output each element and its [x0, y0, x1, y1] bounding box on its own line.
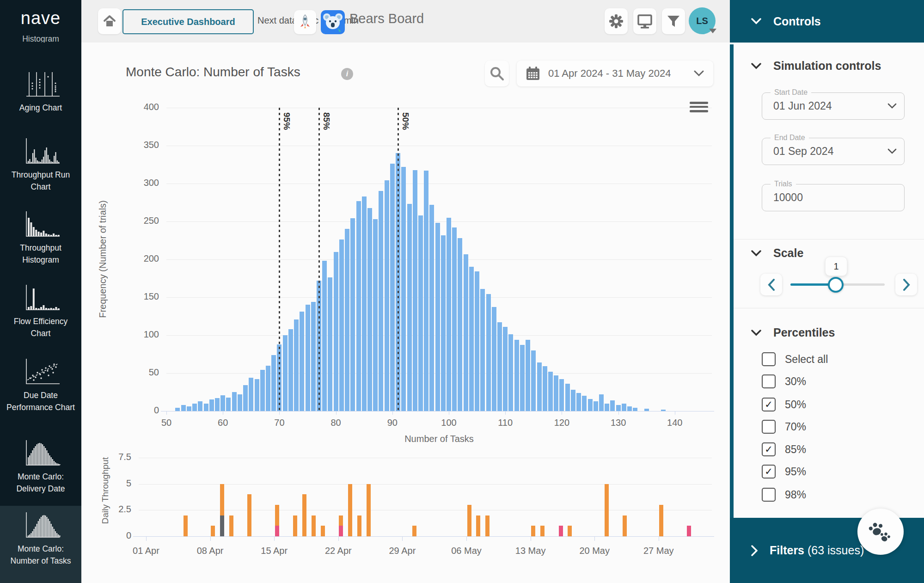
- unchecked-checkbox-icon[interactable]: [762, 488, 776, 502]
- scale-value-bubble: 1: [825, 257, 847, 276]
- percentile-option-30[interactable]: 30%: [762, 374, 806, 388]
- scale-decrease-button[interactable]: [760, 274, 782, 295]
- field-value: 10000: [773, 184, 803, 211]
- date-range-picker[interactable]: 01 Apr 2024 - 31 May 2024: [517, 61, 713, 86]
- executive-dashboard-button[interactable]: Executive Dashboard: [122, 9, 254, 34]
- top-header: Executive Dashboard Next data sync in 15…: [81, 0, 730, 43]
- sidebar-item-monte-carlo-delivery-date[interactable]: Monte Carlo: Delivery Date: [0, 434, 81, 506]
- field-value: 01 Jun 2024: [773, 93, 832, 119]
- sidebar-item-label: Monte Carlo: Number of Tasks: [0, 543, 81, 567]
- sidebar-item-label: Throughput Histogram: [0, 242, 81, 266]
- sidebar-item-partial[interactable]: Histogram: [0, 35, 81, 43]
- checked-checkbox-icon[interactable]: ✓: [762, 465, 776, 479]
- sidebar-item-throughput-histogram[interactable]: Throughput Histogram: [0, 205, 81, 278]
- unchecked-checkbox-icon[interactable]: [762, 374, 776, 388]
- filters-label: Filters: [770, 544, 804, 557]
- board-title: Bears Board: [349, 11, 424, 26]
- display-button[interactable]: [633, 8, 656, 34]
- throughput-histogram-icon: [20, 209, 61, 240]
- controls-panel: Controls Simulation controls Start Date0…: [730, 0, 924, 583]
- checkbox-label: 50%: [785, 399, 806, 411]
- sidebar: nave Histogram Aging ChartThroughput Run…: [0, 0, 81, 583]
- rocket-button[interactable]: [294, 10, 316, 34]
- funnel-icon: [667, 14, 680, 28]
- divider: [734, 308, 924, 308]
- paw-icon: [866, 519, 895, 545]
- date-range-value: 01 Apr 2024 - 31 May 2024: [548, 68, 671, 80]
- divider: [734, 239, 924, 239]
- checkbox-label: 70%: [785, 421, 806, 433]
- percentile-option-70[interactable]: 70%: [762, 420, 806, 434]
- checkbox-label: 30%: [785, 375, 806, 388]
- nave-logo[interactable]: nave: [0, 8, 81, 28]
- settings-button[interactable]: [605, 8, 628, 34]
- home-icon: [103, 14, 116, 28]
- due-date-performance-chart-icon: [20, 357, 61, 387]
- koala-icon: [321, 10, 345, 34]
- chevron-left-icon: [768, 279, 775, 291]
- checkbox-label: 95%: [785, 466, 806, 478]
- chevron-right-icon: [903, 279, 910, 291]
- search-button[interactable]: [485, 61, 509, 86]
- chevron-down-icon: [751, 250, 761, 257]
- aging-chart-icon: [20, 69, 61, 100]
- chevron-down-icon: [751, 18, 761, 25]
- sidebar-item-label: Throughput Run Chart: [0, 169, 81, 193]
- chevron-down-icon: [751, 63, 761, 69]
- sidebar-item-flow-efficiency-chart[interactable]: Flow Efficiency Chart: [0, 278, 81, 352]
- percentile-option-select-all[interactable]: Select all: [762, 352, 828, 366]
- sidebar-item-label: Monte Carlo: Delivery Date: [0, 471, 81, 495]
- sidebar-item-label: Aging Chart: [0, 102, 81, 114]
- percentile-option-98[interactable]: 98%: [762, 488, 806, 502]
- percentile-option-95[interactable]: ✓95%: [762, 465, 806, 479]
- gear-icon: [609, 14, 624, 29]
- monitor-icon: [637, 14, 653, 29]
- checkbox-label: Select all: [785, 353, 828, 366]
- simulation-controls-section-header[interactable]: Simulation controls: [751, 59, 881, 73]
- simulation-controls-title: Simulation controls: [773, 59, 881, 73]
- info-icon[interactable]: i: [341, 68, 353, 80]
- main-content-background: [81, 43, 730, 583]
- panel-scrollbar[interactable]: [730, 44, 734, 518]
- checked-checkbox-icon[interactable]: ✓: [762, 398, 776, 411]
- throughput-run-chart-icon: [20, 136, 61, 167]
- sidebar-item-label: Flow Efficiency Chart: [0, 315, 81, 339]
- checkbox-label: 98%: [785, 489, 806, 501]
- scale-section-header[interactable]: Scale: [751, 246, 803, 260]
- unchecked-checkbox-icon[interactable]: [762, 352, 776, 366]
- sidebar-item-monte-carlo-number-of-tasks[interactable]: Monte Carlo: Number of Tasks: [0, 506, 81, 583]
- controls-panel-header[interactable]: Controls: [730, 0, 924, 43]
- chart-title: Monte Carlo: Number of Tasks: [126, 65, 300, 80]
- monte-carlo-number-of-tasks-icon: [20, 510, 61, 541]
- chevron-down-icon: [887, 103, 897, 109]
- percentile-option-85[interactable]: ✓85%: [762, 442, 806, 456]
- chevron-down-icon: [694, 70, 704, 77]
- field-value: 01 Sep 2024: [773, 138, 833, 165]
- end-date-field[interactable]: End Date01 Sep 2024: [762, 138, 905, 165]
- monte-carlo-delivery-date-icon: [20, 438, 61, 469]
- scale-title: Scale: [773, 246, 803, 260]
- support-paw-button[interactable]: [857, 509, 904, 555]
- scale-increase-button[interactable]: [895, 274, 917, 295]
- start-date-field[interactable]: Start Date01 Jun 2024: [762, 92, 905, 120]
- search-icon: [489, 66, 505, 81]
- trials-field[interactable]: Trials10000: [762, 184, 905, 211]
- checked-checkbox-icon[interactable]: ✓: [762, 442, 776, 456]
- percentile-option-50[interactable]: ✓50%: [762, 398, 806, 411]
- chevron-right-icon: [751, 545, 758, 556]
- chevron-down-icon: [887, 148, 897, 154]
- scale-slider-thumb[interactable]: [828, 277, 844, 293]
- controls-panel-title: Controls: [773, 15, 821, 28]
- sidebar-item-aging-chart[interactable]: Aging Chart: [0, 65, 81, 132]
- unchecked-checkbox-icon[interactable]: [762, 420, 776, 434]
- avatar-caret-icon: [709, 29, 716, 33]
- chart-context-menu-button[interactable]: [690, 100, 708, 114]
- percentiles-section-header[interactable]: Percentiles: [751, 326, 835, 339]
- board-avatar-koala[interactable]: [321, 10, 345, 34]
- filter-button[interactable]: [662, 8, 685, 34]
- chevron-down-icon: [751, 330, 761, 336]
- home-button[interactable]: [98, 8, 121, 34]
- sidebar-item-throughput-run-chart[interactable]: Throughput Run Chart: [0, 132, 81, 205]
- percentiles-title: Percentiles: [773, 326, 835, 339]
- sidebar-item-due-date-performance-chart[interactable]: Due Date Performance Chart: [0, 352, 81, 434]
